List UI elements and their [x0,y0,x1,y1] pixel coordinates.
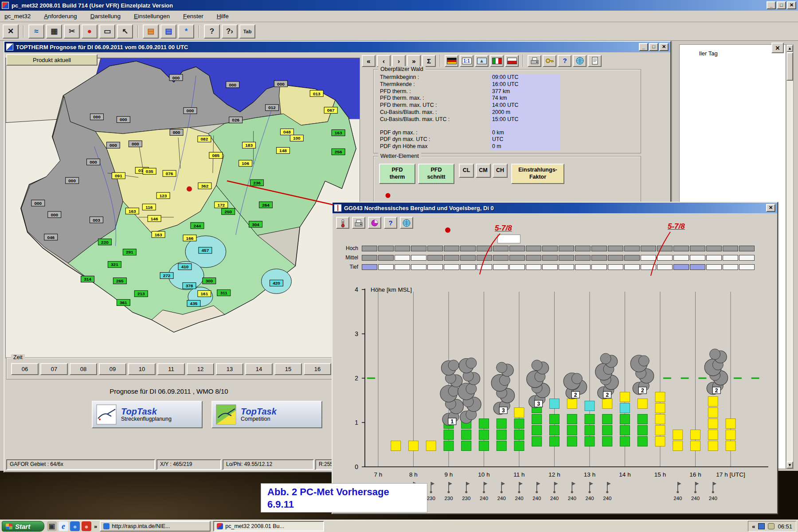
map-region-label[interactable]: 250 [222,208,235,215]
weather-map-icon[interactable]: ≈ [28,24,44,39]
wetter-element-pfd-therm[interactable]: PFDtherm [379,164,415,184]
map-region-label[interactable]: 035 [143,168,156,174]
thermometer-button[interactable] [336,217,349,229]
toptherm-titlebar[interactable]: TOPTHERM Prognose für DI 06.09.2011 vom … [4,42,670,52]
first-button[interactable]: « [362,55,376,67]
taskbar-task-0[interactable]: http://rasp.inta.de/NIE... [100,521,211,532]
map-region-label[interactable]: 300 [203,278,216,284]
map-region-label[interactable]: 026 [229,117,243,123]
map-region-label[interactable]: 410 [178,264,192,270]
wetter-element-cl[interactable]: CL [459,164,474,178]
map-region-label[interactable]: 000 [169,74,183,81]
wetter-element-ch[interactable]: CH [493,164,508,178]
target-icon[interactable]: ● [82,24,98,39]
opera-icon[interactable]: ● [82,521,91,531]
printer-button[interactable] [528,55,541,67]
map-region-label[interactable]: 272 [160,273,173,279]
germany-map[interactable]: 0000000000130120670000260000000000481631… [6,58,360,358]
help-button[interactable]: ? [384,217,397,229]
messenger-icon[interactable]: ● [70,521,80,531]
flag-poland-button[interactable] [505,55,519,67]
flag-italy-button[interactable] [490,55,504,67]
map-region-label[interactable]: 362 [198,183,211,189]
map-region-label[interactable]: 012 [266,105,279,111]
minimize-button[interactable]: _ [639,43,648,51]
time-button-07[interactable]: 07 [40,363,68,375]
flag-germany-button[interactable] [445,55,458,67]
map-region-label[interactable]: 000 [226,82,239,88]
map-region-label[interactable]: 314 [81,276,94,282]
map-region-label[interactable]: 003 [90,217,103,223]
sum-button[interactable]: Σ [422,55,436,67]
map-region-label[interactable]: 220 [98,239,111,245]
wetter-element-pfd-schnitt[interactable]: PFDschnitt [418,164,454,184]
main-titlebar[interactable]: pc_met32 2008.01 Build 714 (User VFR) Ei… [0,0,798,11]
produkt-aktuell-button[interactable]: Produkt aktuell [6,54,98,66]
map-region-label[interactable]: 420 [270,280,283,286]
snowflake-icon[interactable]: * [178,24,194,39]
toptask-streckenflug-button[interactable]: TopTask Streckenflugplanung [92,401,203,428]
time-button-09[interactable]: 09 [99,363,126,375]
last-button[interactable]: » [407,55,421,67]
quick-launch-expand-icon[interactable]: » [94,523,97,530]
time-button-10[interactable]: 10 [128,363,156,375]
menu-einstellungen[interactable]: Einstellungen [134,13,170,20]
start-button[interactable]: Start [2,521,44,532]
wetter-element-cm[interactable]: CM [476,164,491,178]
map-region-label[interactable]: 000 [48,211,61,218]
key-button[interactable] [543,55,556,67]
wetter-element-einstrahlungs--faktor[interactable]: Einstrahlungs-Faktor [511,164,564,184]
scroll-down-icon[interactable]: ▼ [786,462,793,469]
map-region-label[interactable]: 085 [209,152,223,158]
map-region-label[interactable]: 256 [332,149,345,155]
side-panel-close-button[interactable]: ✕ [771,43,784,53]
context-help-icon[interactable]: ?› [222,24,238,39]
help-icon[interactable]: ? [204,24,220,39]
map-region-label[interactable]: 311 [217,289,231,296]
show-desktop-icon[interactable]: ▣ [47,521,57,531]
time-button-14[interactable]: 14 [245,363,273,375]
map-region-label[interactable]: 000 [31,200,45,206]
alps-button[interactable]: ▲ [475,55,489,67]
map-region-label[interactable]: 000 [106,142,120,148]
map-region-label[interactable]: 116 [142,204,156,210]
time-button-16[interactable]: 16 [304,363,331,375]
toptask-competition-button[interactable]: TopTask Competition [211,401,322,428]
printer-button[interactable] [352,217,365,229]
close-icon[interactable]: ✕ [3,24,19,39]
tab-key-icon[interactable]: Tab [239,24,255,39]
time-button-15[interactable]: 15 [274,363,302,375]
prev-button[interactable]: ‹ [377,55,391,67]
map-region-label[interactable]: 183 [243,142,256,148]
map-region-label[interactable]: 000 [87,159,100,165]
map-region-label[interactable]: 244 [191,223,204,229]
map-region-label[interactable]: 106 [239,160,252,166]
map-region-label[interactable]: 000 [274,81,287,87]
map-region-label[interactable]: 435 [187,300,200,306]
time-button-11[interactable]: 11 [157,363,185,375]
scale-1-1-button[interactable]: 1:1 [460,55,473,67]
maximize-button[interactable]: □ [649,43,658,51]
map-region-label[interactable]: 163 [125,208,139,214]
map-region-label[interactable]: 304 [249,221,262,227]
map-region-label[interactable]: 166 [183,235,196,241]
map-region-label[interactable]: 146 [148,215,161,222]
map-region-label[interactable]: 000 [117,117,130,123]
close-button[interactable]: ✕ [659,43,669,51]
menu-hilfe[interactable]: Hilfe [217,13,229,20]
next-button[interactable]: › [392,55,406,67]
close-button[interactable]: ✕ [787,1,796,9]
map-region-label[interactable]: 163 [332,130,345,136]
grid-select-icon[interactable]: ▦ [46,24,62,39]
map-region-label[interactable]: 161 [198,290,211,297]
map-region-label[interactable]: 361 [117,299,130,305]
scissors-icon[interactable]: ✂ [64,24,80,39]
gg043-titlebar[interactable]: GG043 Nordhessisches Bergland und Vogels… [332,203,777,213]
menu-fenster[interactable]: Fenster [183,13,203,20]
map-region-label[interactable]: 265 [113,278,126,284]
map-region-label[interactable]: 000 [170,129,183,136]
map-region-label[interactable]: 048 [280,129,293,135]
map-region-label[interactable]: 000 [129,141,142,147]
circle-button[interactable] [368,217,381,229]
network-icon[interactable] [758,523,765,529]
